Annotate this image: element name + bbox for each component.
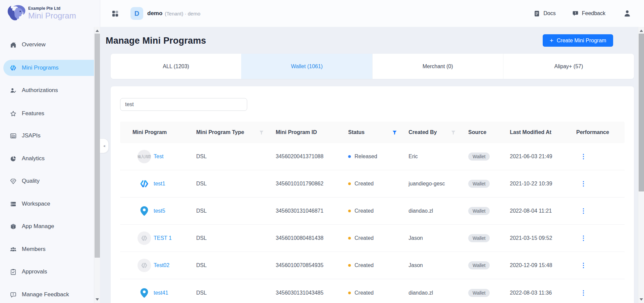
mini-program-type: DSL: [196, 154, 276, 160]
tenant-name[interactable]: demo: [147, 10, 162, 17]
sidebar-item-label: Approvals: [22, 268, 47, 275]
sidebar-item-jsapis[interactable]: APIJSAPIs: [0, 128, 94, 144]
scroll-up-arrow-icon[interactable]: [94, 28, 100, 34]
mini-program-name-link[interactable]: TEST 1: [154, 235, 172, 241]
mini-program-logo-gray-icon: [138, 231, 151, 245]
company-name: Example Pte Ltd: [28, 6, 76, 11]
page-scrollbar[interactable]: [638, 27, 644, 303]
sidebar-item-quality[interactable]: Quality: [0, 173, 94, 189]
app-manage-icon: [9, 223, 17, 230]
feedback-link[interactable]: Feedback: [572, 10, 605, 17]
sidebar-item-label: Mini Programs: [22, 64, 59, 71]
docs-link[interactable]: Docs: [533, 10, 555, 17]
row-actions-menu-icon[interactable]: ⋮: [580, 181, 587, 186]
app-grid-icon[interactable]: [111, 10, 119, 17]
scroll-up-arrow-icon[interactable]: [638, 28, 644, 34]
column-header-performance: Performance: [576, 129, 625, 135]
mini-program-name-link[interactable]: test5: [154, 208, 165, 214]
sidebar-item-label: JSAPIs: [22, 132, 41, 139]
tab-merchant[interactable]: Merchant (0): [372, 54, 503, 79]
created-by: diandao.zl: [409, 208, 468, 214]
status-label: Created: [355, 235, 374, 241]
sidebar-item-approvals[interactable]: Approvals: [0, 264, 94, 280]
page-scrollbar-thumb[interactable]: [639, 34, 644, 191]
mini-program-id: 3456020041371088: [276, 154, 348, 160]
user-account-icon[interactable]: [623, 9, 632, 18]
scroll-down-arrow-icon[interactable]: [94, 296, 100, 302]
mini-program-name-link[interactable]: Test02: [154, 262, 169, 268]
tab-wallet[interactable]: Wallet (1061): [241, 54, 372, 79]
location-pin-icon: [138, 204, 151, 218]
mini-program-logo-gray-icon: [138, 259, 151, 272]
mini-program-name-link[interactable]: test1: [154, 181, 165, 187]
sidebar-item-mini-programs[interactable]: Mini Programs: [3, 60, 94, 76]
product-name: Mini Program: [28, 11, 76, 20]
created-by: Eric: [409, 154, 468, 160]
quality-icon: [9, 177, 17, 185]
sidebar-item-features[interactable]: Features: [0, 105, 94, 122]
mini-program-avatar: 输入消息: [138, 150, 151, 163]
sidebar-item-label: Overview: [22, 41, 46, 48]
plus-icon: +: [550, 37, 553, 44]
row-actions-menu-icon[interactable]: ⋮: [580, 208, 587, 214]
mini-program-name-link[interactable]: Test: [154, 154, 163, 160]
created-by: juandiego-gesc: [409, 181, 468, 187]
created-by: diandao.zl: [409, 290, 468, 296]
tab-all[interactable]: ALL (1203): [111, 54, 241, 79]
source-badge: Wallet: [468, 180, 490, 188]
filter-funnel-icon[interactable]: [451, 130, 456, 135]
sidebar-item-overview[interactable]: Overview: [0, 37, 94, 53]
mini-program-logo-icon: [138, 177, 151, 190]
created-by: Jason: [409, 235, 468, 241]
feedback-label: Feedback: [582, 10, 605, 16]
sidebar-item-app-manage[interactable]: App Manage: [0, 218, 94, 234]
column-header-source: Source: [468, 129, 510, 135]
last-modified-at: 2022-08-03 11:36: [510, 290, 576, 296]
mini-program-type: DSL: [196, 208, 276, 214]
scroll-down-arrow-icon[interactable]: [638, 296, 644, 302]
search-input[interactable]: [120, 98, 247, 111]
mini-program-name-link[interactable]: test41: [154, 290, 168, 296]
sidebar-item-members[interactable]: Members: [0, 241, 94, 257]
status-label: Created: [355, 290, 374, 296]
analytics-icon: [9, 155, 17, 162]
status-dot: [348, 210, 351, 212]
main-content: Manage Mini Programs + Create Mini Progr…: [100, 27, 638, 303]
tenant-avatar[interactable]: D: [130, 7, 143, 20]
row-actions-menu-icon[interactable]: ⋮: [580, 235, 587, 241]
docs-icon: [533, 10, 540, 17]
sidebar-item-workspace[interactable]: Workspace: [0, 196, 94, 212]
column-header-created-by: Created By: [409, 129, 468, 135]
column-header-status: Status: [348, 129, 409, 135]
mini-program-id: 3456030131046871: [276, 208, 348, 214]
features-icon: [9, 110, 17, 117]
column-header-mini-program: Mini Program: [120, 129, 196, 135]
sidebar-item-authorizations[interactable]: Authorizations: [0, 82, 94, 98]
table-row: 输入消息TestDSL3456020041371088ReleasedEricW…: [120, 143, 625, 170]
source-badge: Wallet: [468, 261, 490, 269]
sidebar-scrollbar[interactable]: [94, 27, 100, 303]
sidebar-item-label: App Manage: [22, 223, 54, 230]
sidebar-scrollbar-thumb[interactable]: [95, 34, 100, 258]
approvals-icon: [9, 268, 17, 275]
sidebar-collapse-handle[interactable]: ◂: [100, 138, 109, 153]
create-mini-program-button[interactable]: + Create Mini Program: [543, 34, 613, 47]
sidebar-item-label: Workspace: [22, 201, 50, 207]
sidebar-item-label: Analytics: [22, 155, 45, 162]
status-label: Created: [355, 181, 374, 187]
tab-alipay[interactable]: Alipay+ (57): [503, 54, 634, 79]
table-row: test1DSL3456010101790862Createdjuandiego…: [120, 170, 625, 198]
feedback-icon: [572, 10, 579, 17]
workspace-icon: [9, 200, 17, 208]
mini-program-id: 3456030131043485: [276, 290, 348, 296]
authorizations-icon: [9, 87, 17, 94]
created-by: Jason: [409, 262, 468, 268]
sidebar-item-manage-feedback[interactable]: Manage Feedback: [0, 287, 94, 303]
mini-program-type: DSL: [196, 290, 276, 296]
row-actions-menu-icon[interactable]: ⋮: [580, 290, 587, 296]
sidebar-item-analytics[interactable]: Analytics: [0, 150, 94, 167]
filter-funnel-icon-active[interactable]: [392, 130, 397, 135]
row-actions-menu-icon[interactable]: ⋮: [580, 154, 587, 159]
filter-funnel-icon[interactable]: [259, 130, 264, 135]
row-actions-menu-icon[interactable]: ⋮: [580, 263, 587, 268]
